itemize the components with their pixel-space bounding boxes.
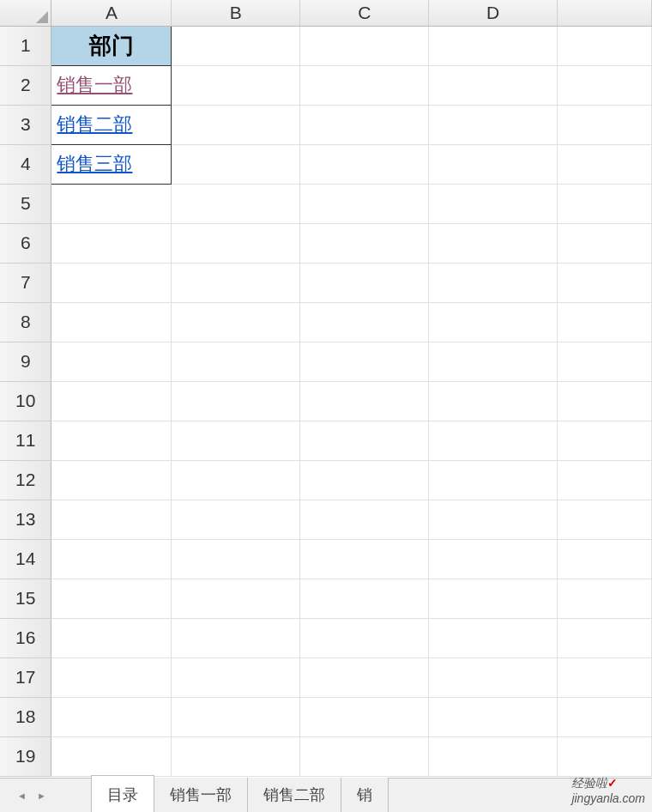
cell-C5[interactable] xyxy=(300,184,429,223)
row-header-6[interactable]: 6 xyxy=(0,223,51,263)
cell-D8[interactable] xyxy=(429,302,558,342)
row-header-5[interactable]: 5 xyxy=(0,184,51,223)
cell-E11[interactable] xyxy=(558,421,652,460)
hyperlink-A3[interactable]: 销售二部 xyxy=(57,113,132,135)
cell-A16[interactable] xyxy=(51,618,172,657)
hyperlink-A2[interactable]: 销售一部 xyxy=(57,74,132,95)
cell-A6[interactable] xyxy=(51,223,172,263)
cell-C13[interactable] xyxy=(300,500,429,539)
column-header-D[interactable]: D xyxy=(429,0,558,26)
cell-C16[interactable] xyxy=(300,618,429,657)
cell-C11[interactable] xyxy=(300,421,429,460)
cell-B7[interactable] xyxy=(172,263,300,302)
cell-D9[interactable] xyxy=(429,342,558,381)
row-header-15[interactable]: 15 xyxy=(0,579,51,618)
cell-C17[interactable] xyxy=(300,657,429,697)
cell-E4[interactable] xyxy=(558,144,652,184)
row-header-10[interactable]: 10 xyxy=(0,381,51,421)
cell-C6[interactable] xyxy=(300,223,429,263)
cell-E16[interactable] xyxy=(558,618,652,657)
row-header-17[interactable]: 17 xyxy=(0,657,51,697)
cell-B18[interactable] xyxy=(172,697,300,736)
cell-B17[interactable] xyxy=(172,657,300,697)
column-header-E[interactable] xyxy=(558,0,652,26)
cell-C10[interactable] xyxy=(300,381,429,421)
cell-E13[interactable] xyxy=(558,500,652,539)
cell-C8[interactable] xyxy=(300,302,429,342)
cell-D7[interactable] xyxy=(429,263,558,302)
cell-B5[interactable] xyxy=(172,184,300,223)
cell-A18[interactable] xyxy=(51,697,172,736)
row-header-1[interactable]: 1 xyxy=(0,26,51,65)
cell-D10[interactable] xyxy=(429,381,558,421)
cell-E9[interactable] xyxy=(558,342,652,381)
column-header-B[interactable]: B xyxy=(172,0,300,26)
cell-D13[interactable] xyxy=(429,500,558,539)
cell-C12[interactable] xyxy=(300,460,429,500)
row-header-8[interactable]: 8 xyxy=(0,302,51,342)
cell-C9[interactable] xyxy=(300,342,429,381)
cell-A10[interactable] xyxy=(51,381,172,421)
row-header-2[interactable]: 2 xyxy=(0,65,51,105)
cell-A17[interactable] xyxy=(51,657,172,697)
cell-E2[interactable] xyxy=(558,65,652,105)
cell-C1[interactable] xyxy=(300,26,429,65)
sheet-tab-sales3[interactable]: 销 xyxy=(341,778,389,812)
cell-B9[interactable] xyxy=(172,342,300,381)
cell-D2[interactable] xyxy=(429,65,558,105)
row-header-4[interactable]: 4 xyxy=(0,144,51,184)
cell-B8[interactable] xyxy=(172,302,300,342)
cell-B11[interactable] xyxy=(172,421,300,460)
cell-D1[interactable] xyxy=(429,26,558,65)
cell-B12[interactable] xyxy=(172,460,300,500)
cell-A7[interactable] xyxy=(51,263,172,302)
cell-E14[interactable] xyxy=(558,539,652,579)
nav-prev-icon[interactable]: ◄ xyxy=(17,791,27,801)
column-header-C[interactable]: C xyxy=(300,0,429,26)
sheet-tab-sales1[interactable]: 销售一部 xyxy=(154,778,248,812)
row-header-13[interactable]: 13 xyxy=(0,500,51,539)
cell-B14[interactable] xyxy=(172,539,300,579)
cell-D12[interactable] xyxy=(429,460,558,500)
cell-A5[interactable] xyxy=(51,184,172,223)
cell-E10[interactable] xyxy=(558,381,652,421)
cell-B19[interactable] xyxy=(172,736,300,776)
row-header-16[interactable]: 16 xyxy=(0,618,51,657)
cell-C14[interactable] xyxy=(300,539,429,579)
row-header-18[interactable]: 18 xyxy=(0,697,51,736)
cell-E18[interactable] xyxy=(558,697,652,736)
sheet-tab-sales2[interactable]: 销售二部 xyxy=(248,778,341,812)
column-header-A[interactable]: A xyxy=(51,0,172,26)
cell-E12[interactable] xyxy=(558,460,652,500)
cell-D11[interactable] xyxy=(429,421,558,460)
cell-A2[interactable]: 销售一部 xyxy=(51,65,172,105)
cell-D3[interactable] xyxy=(429,105,558,144)
cell-E6[interactable] xyxy=(558,223,652,263)
cell-C3[interactable] xyxy=(300,105,429,144)
row-header-19[interactable]: 19 xyxy=(0,736,51,776)
cell-A19[interactable] xyxy=(51,736,172,776)
cell-D15[interactable] xyxy=(429,579,558,618)
cell-E3[interactable] xyxy=(558,105,652,144)
cell-E7[interactable] xyxy=(558,263,652,302)
cell-C7[interactable] xyxy=(300,263,429,302)
cell-E15[interactable] xyxy=(558,579,652,618)
row-header-3[interactable]: 3 xyxy=(0,105,51,144)
cell-B16[interactable] xyxy=(172,618,300,657)
cell-B13[interactable] xyxy=(172,500,300,539)
cell-A14[interactable] xyxy=(51,539,172,579)
cell-B15[interactable] xyxy=(172,579,300,618)
hyperlink-A4[interactable]: 销售三部 xyxy=(57,153,132,174)
sheet-tab-directory[interactable]: 目录 xyxy=(91,775,154,812)
cell-D19[interactable] xyxy=(429,736,558,776)
cell-D4[interactable] xyxy=(429,144,558,184)
cell-C4[interactable] xyxy=(300,144,429,184)
cell-E1[interactable] xyxy=(558,26,652,65)
row-header-14[interactable]: 14 xyxy=(0,539,51,579)
cell-B2[interactable] xyxy=(172,65,300,105)
cell-A4[interactable]: 销售三部 xyxy=(51,144,172,184)
cell-C15[interactable] xyxy=(300,579,429,618)
cell-A3[interactable]: 销售二部 xyxy=(51,105,172,144)
row-header-12[interactable]: 12 xyxy=(0,460,51,500)
cell-B1[interactable] xyxy=(172,26,300,65)
